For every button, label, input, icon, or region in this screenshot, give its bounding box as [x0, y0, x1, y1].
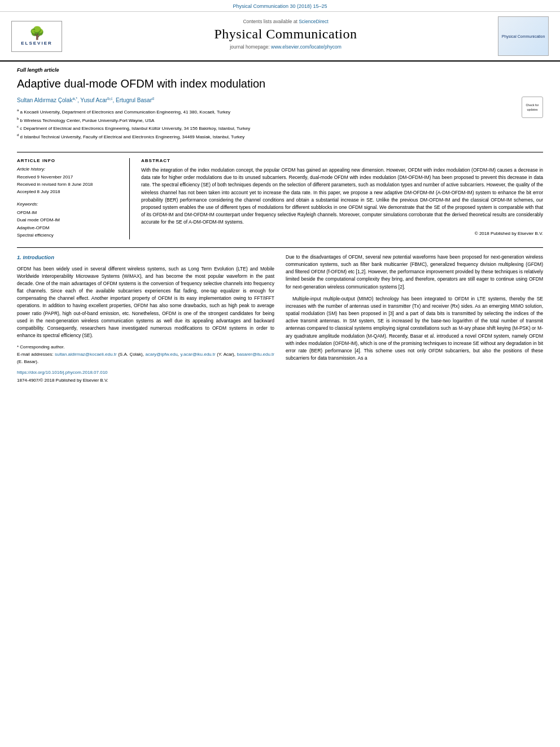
check-for-updates-badge: Check for updates [522, 97, 543, 118]
affiliation-d: d d Istanbul Technical University, Facul… [17, 133, 516, 141]
contents-line: Contents lists available at ScienceDirec… [90, 19, 481, 24]
copyright-line: © 2018 Published by Elsevier B.V. [141, 231, 543, 236]
affiliations: a a Kocaeli University, Department of El… [17, 108, 516, 141]
received-revised: Received in revised form 8 June 2018 [17, 181, 121, 189]
body-two-col: 1. Introduction OFDM has been widely use… [17, 254, 543, 385]
keyword-2: Dual mode OFDM-IM [17, 216, 121, 224]
footnote-corresponding: * Corresponding author. [17, 344, 274, 351]
received-date: Received 9 November 2017 Received in rev… [17, 174, 121, 195]
email-label: E-mail addresses: [17, 352, 53, 357]
abstract-column: ABSTRACT With the integration of the ind… [141, 158, 543, 239]
homepage-url[interactable]: www.elsevier.com/locate/phycom [271, 44, 342, 50]
top-bar: Physical Communication 30 (2018) 15–25 [0, 0, 560, 12]
header-left: 🌳 ELSEVIER [11, 16, 85, 56]
article-info-abstract-section: ARTICLE INFO Article history: Received 9… [17, 152, 543, 239]
doi-line: https://doi.org/10.1016/j.phycom.2018.07… [17, 369, 274, 376]
email-links[interactable]: sultan.aldirmaz@kocaeli.edu.tr [55, 352, 117, 357]
elsevier-logo: 🌳 ELSEVIER [11, 21, 62, 52]
accepted-date: Accepted 8 July 2018 [17, 189, 121, 196]
abstract-text: With the integration of the index modula… [141, 167, 543, 226]
page-container: Physical Communication 30 (2018) 15–25 🌳… [0, 0, 560, 747]
article-type: Full length article [17, 67, 543, 73]
homepage-line: journal homepage: www.elsevier.com/locat… [90, 44, 481, 50]
article-title: Adaptive dual-mode OFDM with index modul… [17, 76, 543, 91]
main-content: Full length article Adaptive dual-mode O… [0, 62, 560, 396]
authors-main: Sultan Aldırmaz Çolaka,*, Yusuf Acarb,c,… [17, 97, 516, 146]
header-right: Physical Communication [487, 16, 549, 56]
article-history-block: Article history: Received 9 November 201… [17, 167, 121, 195]
section1-heading: 1. Introduction [17, 254, 274, 262]
abstract-label: ABSTRACT [141, 158, 543, 163]
keywords-list: OFDM-IM Dual mode OFDM-IM Adaptive-OFDM … [17, 209, 121, 239]
contents-text: Contents lists available at [243, 19, 297, 24]
body-para-col2-2: Multiple-input multiple-output (MIMO) te… [286, 295, 543, 362]
authors-row: Sultan Aldırmaz Çolaka,*, Yusuf Acarb,c,… [17, 97, 543, 146]
body-para-col2-1: Due to the disadvantages of OFDM, severa… [286, 254, 543, 291]
authors-list: Sultan Aldırmaz Çolaka,*, Yusuf Acarb,c,… [17, 97, 516, 103]
keyword-3: Adaptive-OFDM [17, 224, 121, 232]
footnote-section: * Corresponding author. E-mail addresses… [17, 344, 274, 365]
author-b[interactable]: Yusuf Acar [80, 97, 107, 103]
email-link-2[interactable]: acary@ipfw.edu [146, 352, 178, 357]
cover-label: Physical Communication [502, 34, 545, 38]
received-original: Received 9 November 2017 [17, 174, 121, 181]
journal-cover-image: Physical Communication [498, 16, 549, 56]
body-section: 1. Introduction OFDM has been widely use… [17, 247, 543, 385]
elsevier-brand: ELSEVIER [21, 41, 53, 46]
doi-link[interactable]: https://doi.org/10.1016/j.phycom.2018.07… [17, 370, 108, 375]
history-label: Article history: [17, 167, 121, 172]
header-center: Contents lists available at ScienceDirec… [85, 16, 487, 56]
body-para-1: OFDM has been widely used in several dif… [17, 265, 274, 340]
keywords-block: Keywords: OFDM-IM Dual mode OFDM-IM Adap… [17, 202, 121, 239]
journal-reference[interactable]: Physical Communication 30 (2018) 15–25 [233, 3, 327, 9]
body-col-left: 1. Introduction OFDM has been widely use… [17, 254, 274, 385]
keywords-label: Keywords: [17, 202, 121, 207]
author-a[interactable]: Sultan Aldırmaz Çolak [17, 97, 72, 103]
homepage-text: journal homepage: [230, 44, 269, 50]
affiliation-b: b b Wireless Technology Center, Purdue U… [17, 116, 516, 124]
elsevier-logo-box: 🌳 ELSEVIER [11, 21, 62, 52]
footnote-email: E-mail addresses: sultan.aldirmaz@kocael… [17, 351, 274, 366]
affiliation-a: a a Kocaeli University, Department of El… [17, 108, 516, 116]
journal-header: 🌳 ELSEVIER Contents lists available at S… [0, 12, 560, 62]
journal-title-heading: Physical Communication [90, 27, 481, 42]
tree-icon: 🌳 [29, 27, 45, 40]
email-link-4[interactable]: basarer@itu.edu.tr [237, 352, 274, 357]
keyword-4: Spectral efficiency [17, 231, 121, 239]
article-info-label: ARTICLE INFO [17, 158, 121, 163]
issn-line: 1874-4907/© 2018 Published by Elsevier B… [17, 377, 274, 384]
body-col-right: Due to the disadvantages of OFDM, severa… [286, 254, 543, 385]
email-link-3[interactable]: y.acar@iku.edu.tr [180, 352, 215, 357]
affiliation-c: c c Department of Electrical and Electro… [17, 124, 516, 132]
sciencedirect-link[interactable]: ScienceDirect [299, 19, 328, 24]
article-info-column: ARTICLE INFO Article history: Received 9… [17, 158, 130, 239]
author-c[interactable]: Ertugrul Basar [116, 97, 152, 103]
keyword-1: OFDM-IM [17, 209, 121, 217]
